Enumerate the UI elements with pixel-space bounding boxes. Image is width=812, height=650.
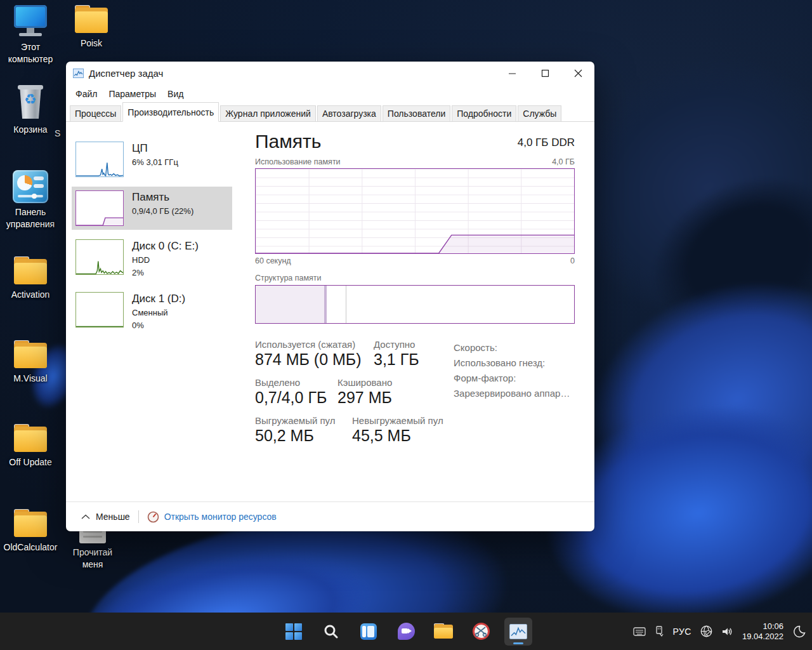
info-speed: Скорость: (454, 340, 570, 355)
open-resource-monitor-link[interactable]: Открыть монитор ресурсов (147, 511, 277, 523)
tab-details[interactable]: Подробности (452, 105, 516, 121)
disk0-usage: 2% (132, 267, 199, 279)
desktop-icon-old-calculator[interactable]: OldCalculator (0, 509, 61, 554)
touch-keyboard-icon[interactable] (633, 627, 646, 637)
maximize-button[interactable] (528, 62, 561, 85)
stat-label: Доступно (374, 339, 419, 350)
window-title: Диспетчер задач (89, 68, 163, 79)
title-bar[interactable]: Диспетчер задач (66, 62, 594, 85)
menu-file[interactable]: Файл (73, 89, 103, 99)
icon-label: Панель управления (0, 206, 61, 230)
collapse-button[interactable]: Меньше (81, 512, 130, 522)
sidebar-item-disk1[interactable]: Диск 1 (D:) Сменный 0% (72, 288, 232, 335)
clock-date: 19.04.2022 (742, 632, 783, 642)
disk1-title: Диск 1 (D:) (132, 292, 185, 306)
file-explorer-button[interactable] (429, 618, 457, 646)
usb-eject-icon[interactable] (654, 625, 664, 638)
start-button[interactable] (280, 618, 308, 646)
icon-label: Poisk (81, 37, 102, 50)
taskbar: РУС 10:06 19.04.2022 (0, 613, 812, 650)
performance-sidebar: ЦП 6% 3,01 ГГц Память 0,9/4,0 ГБ (22%) (66, 122, 232, 501)
volume-icon[interactable] (721, 626, 734, 637)
menu-bar: Файл Параметры Вид (66, 85, 594, 102)
task-manager-icon (509, 624, 527, 639)
chevron-up-icon (81, 514, 90, 520)
disk1-usage: 0% (132, 320, 185, 331)
taskbar-clock[interactable]: 10:06 19.04.2022 (742, 621, 783, 642)
resource-monitor-label: Открыть монитор ресурсов (164, 512, 277, 522)
desktop-icon-activation[interactable]: Activation (0, 256, 61, 301)
tab-app-history[interactable]: Журнал приложений (220, 105, 316, 121)
disk1-type: Сменный (132, 307, 185, 319)
segment-free (346, 286, 574, 323)
icon-label: Activation (11, 289, 50, 301)
sidebar-item-cpu[interactable]: ЦП 6% 3,01 ГГц (72, 138, 232, 181)
desktop-icon-partial-label[interactable]: S (55, 128, 60, 138)
memory-capacity: 4,0 ГБ DDR (518, 136, 575, 152)
window-footer: Меньше Открыть монитор ресурсов (66, 501, 594, 531)
tab-services[interactable]: Службы (518, 105, 561, 121)
control-panel-icon (13, 170, 48, 203)
stat-value: 874 МБ (0 МБ) (255, 350, 374, 369)
search-button[interactable] (317, 618, 345, 646)
usage-chart-max: 4,0 ГБ (552, 157, 575, 166)
stat-label: Кэшировано (337, 377, 392, 388)
sidebar-item-memory[interactable]: Память 0,9/4,0 ГБ (22%) (72, 187, 232, 230)
running-indicator (513, 642, 523, 644)
disk0-type: HDD (132, 255, 199, 266)
snipping-tool-icon (473, 623, 490, 640)
chat-button[interactable] (392, 618, 420, 646)
memory-composition-bar (255, 285, 575, 324)
task-view-button[interactable] (355, 618, 383, 646)
hardware-info: Скорость: Использовано гнезд: Форм-факто… (454, 339, 570, 453)
tab-startup[interactable]: Автозагрузка (317, 105, 381, 121)
tab-performance[interactable]: Производительность (122, 102, 219, 122)
memory-usage-chart (255, 168, 575, 254)
info-form-factor: Форм-фактор: (454, 371, 570, 386)
folder-icon (13, 340, 48, 369)
cpu-title: ЦП (132, 142, 178, 156)
task-manager-window: Диспетчер задач Файл Параметры Вид Проце… (66, 62, 594, 531)
night-light-moon-icon[interactable] (792, 625, 806, 639)
network-globe-icon[interactable] (700, 625, 713, 638)
computer-icon (11, 5, 49, 38)
desktop-icon-control-panel[interactable]: Панель управления (0, 170, 61, 230)
tab-strip: Процессы Производительность Журнал прило… (66, 102, 594, 122)
task-view-icon (360, 623, 377, 640)
disk0-mini-chart (75, 239, 124, 275)
stat-label: Выделено (255, 377, 337, 388)
desktop-icon-m-visual[interactable]: M.Visual (0, 340, 61, 385)
memory-stats: Используется (сжатая) 874 МБ (0 МБ) Дост… (255, 339, 454, 453)
desktop-icon-off-update[interactable]: Off Update (0, 424, 61, 468)
task-manager-button[interactable] (504, 618, 532, 646)
stat-label: Невыгружаемый пул (352, 415, 443, 426)
folder-icon (13, 424, 48, 453)
segment-standby (327, 286, 346, 323)
minimize-button[interactable] (495, 62, 528, 85)
memory-detail-pane: Память 4,0 ГБ DDR Использование памяти 4… (232, 122, 594, 501)
cpu-mini-chart (75, 142, 124, 177)
desktop-icon-this-pc[interactable]: Этот компьютер (0, 5, 61, 65)
folder-icon (74, 5, 109, 34)
sidebar-item-disk0[interactable]: Диск 0 (C: E:) HDD 2% (72, 235, 232, 282)
menu-options[interactable]: Параметры (103, 89, 162, 99)
axis-left-label: 60 секунд (255, 256, 291, 265)
stat-value: 50,2 МБ (255, 427, 352, 445)
language-indicator[interactable]: РУС (672, 627, 691, 637)
clock-time: 10:06 (742, 621, 783, 632)
memory-mini-chart (75, 190, 124, 226)
desktop-icon-poisk[interactable]: Poisk (61, 5, 122, 50)
stat-value: 297 МБ (337, 388, 392, 407)
icon-label: Корзина (13, 124, 47, 136)
tab-users[interactable]: Пользователи (383, 105, 450, 121)
tab-processes[interactable]: Процессы (70, 105, 121, 121)
desktop-icon-recycle-bin[interactable]: ♻ Корзина (0, 85, 61, 136)
stat-label: Выгружаемый пул (255, 415, 352, 426)
icon-label: M.Visual (13, 373, 47, 385)
menu-view[interactable]: Вид (162, 89, 189, 99)
axis-right-label: 0 (570, 256, 575, 265)
stat-value: 0,7/4,0 ГБ (255, 388, 337, 407)
snipping-tool-button[interactable] (467, 618, 495, 646)
composition-label: Структура памяти (255, 274, 575, 282)
close-button[interactable] (561, 62, 594, 85)
